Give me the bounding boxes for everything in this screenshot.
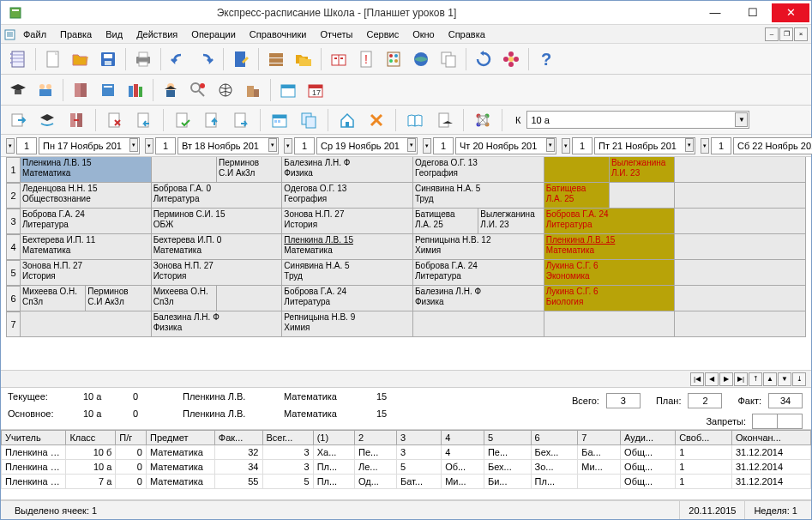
new-icon[interactable]	[41, 47, 65, 71]
col-header[interactable]: Всег...	[262, 431, 313, 445]
mdi-close[interactable]: ×	[794, 27, 808, 41]
network-icon[interactable]	[471, 108, 495, 132]
globe-icon[interactable]	[409, 47, 433, 71]
calendar2-icon[interactable]	[268, 108, 292, 132]
col-header[interactable]: 5	[484, 431, 531, 445]
calendar-sm-icon[interactable]	[276, 78, 300, 102]
status-week: Неделя: 1	[744, 501, 806, 519]
col-header[interactable]: (1)	[313, 431, 354, 445]
drawer-icon[interactable]	[264, 47, 288, 71]
door-icon[interactable]	[69, 78, 93, 102]
teacher-icon[interactable]	[159, 78, 183, 102]
nav-bottom[interactable]: ⤓	[792, 372, 806, 386]
nav-down[interactable]: ▼	[778, 372, 791, 386]
redo-icon[interactable]	[194, 47, 218, 71]
menu-file[interactable]: Файл	[16, 27, 53, 41]
nav-up[interactable]: ▲	[763, 372, 777, 386]
col-header[interactable]: 4	[442, 431, 484, 445]
chevron-down-icon[interactable]: ▼	[735, 112, 748, 127]
doc-x-icon[interactable]	[103, 108, 127, 132]
sport-icon[interactable]	[214, 78, 238, 102]
building-icon[interactable]	[241, 78, 265, 102]
grid-row: 2 Леденцова Н.Н. 15Обществознание Бобров…	[6, 183, 806, 209]
undo-icon[interactable]	[166, 47, 190, 71]
svg-rect-21	[269, 53, 283, 57]
close-button[interactable]: ✕	[772, 3, 809, 22]
class-combo[interactable]: 10 а ▼	[526, 111, 749, 129]
svg-rect-6	[12, 51, 24, 67]
doc-fwd-icon[interactable]	[229, 108, 253, 132]
menu-operations[interactable]: Операции	[184, 27, 242, 41]
col-header[interactable]: Своб...	[676, 431, 732, 445]
lesson-hat-icon[interactable]	[35, 108, 59, 132]
col-header[interactable]: Окончан...	[731, 431, 810, 445]
save-icon[interactable]	[96, 47, 120, 71]
calendar-red-icon[interactable]: 17	[304, 78, 328, 102]
grad-cap-icon[interactable]	[6, 78, 30, 102]
col-header[interactable]: Фак...	[214, 431, 262, 445]
students-icon[interactable]	[33, 78, 57, 102]
book-open-icon[interactable]	[403, 108, 427, 132]
menu-window[interactable]: Окно	[406, 27, 442, 41]
mdi-minimize[interactable]: –	[765, 27, 779, 41]
medical-icon[interactable]	[186, 78, 210, 102]
menu-edit[interactable]: Правка	[53, 27, 99, 41]
gear-flower-icon[interactable]	[499, 47, 523, 71]
refresh-icon[interactable]	[472, 47, 496, 71]
minimize-button[interactable]: —	[696, 3, 734, 22]
col-header[interactable]: Ауди...	[621, 431, 676, 445]
nav-prev[interactable]: ◀	[705, 372, 719, 386]
col-header[interactable]: Класс	[66, 431, 116, 445]
nav-next[interactable]: ▶	[719, 372, 733, 386]
abacus-icon[interactable]	[382, 47, 406, 71]
menu-reference[interactable]: Справочники	[243, 27, 314, 41]
bluebook-icon[interactable]	[96, 78, 120, 102]
total-field: 3	[606, 393, 641, 408]
col-header[interactable]: 7	[578, 431, 621, 445]
col-header[interactable]: П/г	[116, 431, 147, 445]
doc-check-icon[interactable]	[171, 108, 195, 132]
system-menu-icon[interactable]	[4, 28, 16, 40]
copy-icon[interactable]	[436, 47, 460, 71]
doc-up-icon[interactable]	[200, 108, 224, 132]
edit-icon[interactable]	[229, 47, 253, 71]
tools-icon[interactable]	[364, 108, 388, 132]
mdi-restore[interactable]: ❐	[779, 27, 793, 41]
table-row[interactable]: Пленкина Л.В.7 а0Математика555Пл...Од...…	[2, 475, 811, 489]
nav-last[interactable]: ▶|	[734, 372, 748, 386]
maximize-button[interactable]: ☐	[734, 3, 772, 22]
table-row[interactable]: Пленкина Л.В.10 а0Математика343Пл...Ле..…	[2, 460, 811, 475]
col-header[interactable]: 2	[355, 431, 397, 445]
svg-rect-45	[39, 89, 51, 96]
open-icon[interactable]	[69, 47, 93, 71]
menu-view[interactable]: Вид	[99, 27, 129, 41]
summary-panel: Текущее: 10 а 0 Пленкина Л.В. Математика…	[1, 387, 811, 430]
nav-first[interactable]: |◀	[690, 372, 704, 386]
lesson-in-icon[interactable]	[6, 108, 30, 132]
nav-top[interactable]: ⤒	[749, 372, 762, 386]
doc-hat-icon[interactable]	[432, 108, 456, 132]
books-icon[interactable]	[123, 78, 147, 102]
col-header[interactable]: 3	[396, 431, 441, 445]
menu-actions[interactable]: Действия	[129, 27, 184, 41]
print-icon[interactable]	[131, 47, 155, 71]
help-icon[interactable]: ?	[534, 47, 558, 71]
table-row[interactable]: Пленкина Л.В.10 б0Математика323Ха...Пе..…	[2, 445, 811, 460]
warn-doc-icon[interactable]: !	[354, 47, 378, 71]
doc-back-icon[interactable]	[132, 108, 156, 132]
col-header[interactable]: Предмет	[146, 431, 214, 445]
copy2-icon[interactable]	[297, 108, 321, 132]
menu-service[interactable]: Сервис	[359, 27, 406, 41]
folders-icon[interactable]	[292, 47, 316, 71]
menu-reports[interactable]: Отчеты	[313, 27, 359, 41]
notebook-icon[interactable]	[6, 47, 30, 71]
svg-rect-20	[235, 51, 245, 67]
door-move-icon[interactable]	[64, 108, 88, 132]
grid-nav: |◀ ◀ ▶ ▶| ⤒ ▲ ▼ ⤓	[1, 370, 811, 387]
col-header[interactable]: Учитель	[2, 431, 66, 445]
home-icon[interactable]	[335, 108, 359, 132]
col-header[interactable]: 6	[531, 431, 578, 445]
svg-rect-62	[281, 85, 295, 88]
menu-help[interactable]: Справка	[442, 27, 492, 41]
book-red-icon[interactable]	[327, 47, 351, 71]
